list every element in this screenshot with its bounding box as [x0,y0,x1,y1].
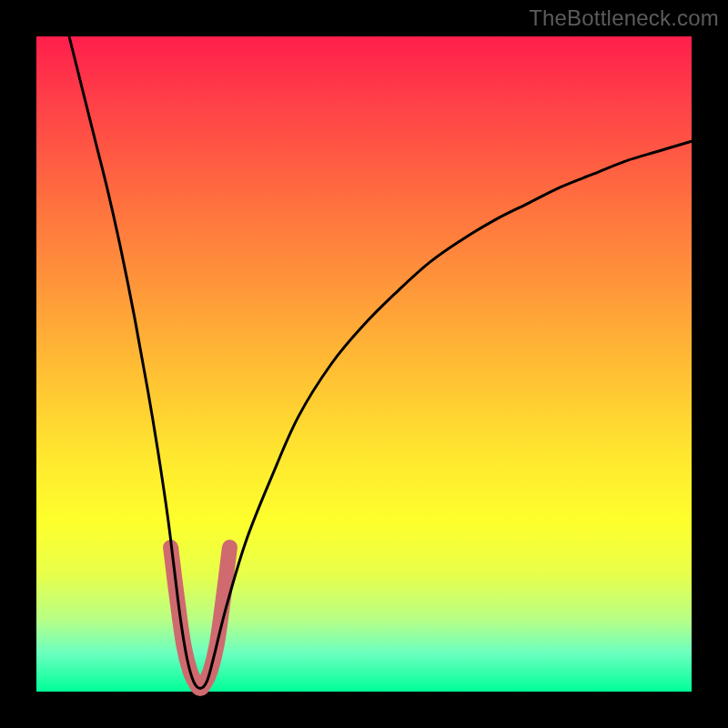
attribution-text: TheBottleneck.com [529,5,719,31]
bottleneck-curve [69,36,692,688]
plot-area [36,36,692,692]
chart-svg [36,36,692,692]
chart-frame: TheBottleneck.com [0,0,728,728]
